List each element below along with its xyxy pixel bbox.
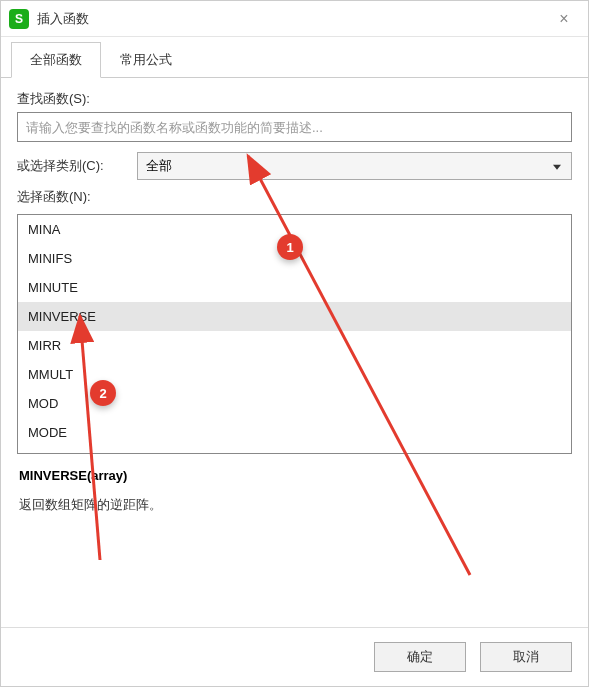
list-item[interactable]: MODE bbox=[18, 418, 571, 447]
functions-label: 选择函数(N): bbox=[17, 188, 572, 206]
function-syntax: MINVERSE(array) bbox=[19, 468, 570, 483]
dialog-footer: 确定 取消 bbox=[1, 627, 588, 686]
category-row: 或选择类别(C): 全部 bbox=[17, 152, 572, 180]
annotation-badge-1: 1 bbox=[277, 234, 303, 260]
insert-function-dialog: S 插入函数 × 全部函数 常用公式 查找函数(S): 或选择类别(C): 全部… bbox=[0, 0, 589, 687]
content-area: 查找函数(S): 或选择类别(C): 全部 选择函数(N): MINAMINIF… bbox=[1, 78, 588, 627]
close-icon[interactable]: × bbox=[548, 5, 580, 33]
list-item[interactable]: MINVERSE bbox=[18, 302, 571, 331]
category-label: 或选择类别(C): bbox=[17, 157, 127, 175]
tabs: 全部函数 常用公式 bbox=[1, 41, 588, 78]
app-icon: S bbox=[9, 9, 29, 29]
category-selected-value: 全部 bbox=[146, 157, 172, 175]
titlebar: S 插入函数 × bbox=[1, 1, 588, 37]
cancel-button[interactable]: 取消 bbox=[480, 642, 572, 672]
annotation-badge-2: 2 bbox=[90, 380, 116, 406]
tab-common-formulas[interactable]: 常用公式 bbox=[101, 42, 191, 78]
list-item[interactable]: MIRR bbox=[18, 331, 571, 360]
function-description: 返回数组矩阵的逆距阵。 bbox=[19, 495, 570, 516]
search-label: 查找函数(S): bbox=[17, 90, 572, 108]
dialog-title: 插入函数 bbox=[37, 10, 548, 28]
ok-button[interactable]: 确定 bbox=[374, 642, 466, 672]
description-area: MINVERSE(array) 返回数组矩阵的逆距阵。 bbox=[17, 464, 572, 619]
tab-all-functions[interactable]: 全部函数 bbox=[11, 42, 101, 78]
category-select[interactable]: 全部 bbox=[137, 152, 572, 180]
search-input[interactable] bbox=[17, 112, 572, 142]
list-item[interactable]: MINUTE bbox=[18, 273, 571, 302]
